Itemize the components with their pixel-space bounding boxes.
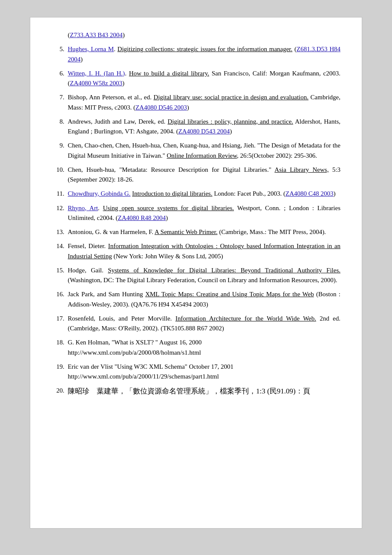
ref-number: 8. [52,117,68,137]
ref-number: 13. [52,227,68,237]
ref-content: Jack Park, and Sam Hunting XML Topic Map… [68,289,340,309]
ref-item: 20.陳昭珍 葉建華，「數位資源命名管理系統」，檔案季刊，1:3 (民91.09… [52,386,340,397]
reference-list: (Z733.A33 B43 2004)5.Hughes, Lorna M. Di… [52,30,340,397]
ref-item: 12.Rhyno, Art. Using open source systems… [52,203,340,223]
ref-continuation: (Z733.A33 B43 2004) [52,30,340,40]
ref-content: Andrews, Judith and Law, Derek, ed. Digi… [68,117,340,137]
ref-content: Hughes, Lorna M. Digitizing collections:… [68,44,340,64]
ref-content: Rosenfeld, Louis, and Peter Morville. In… [68,314,340,334]
ref-item: 17.Rosenfeld, Louis, and Peter Morville.… [52,314,340,334]
ref-content: Chen, Hsueh-hua, "Metadata: Resource Des… [68,165,340,185]
ref-content: Hodge, Gail. Systems of Knowledge for Di… [68,266,340,286]
ref-content: Rhyno, Art. Using open source systems fo… [68,203,340,223]
ref-number: 5. [52,44,68,64]
ref-item: 6.Witten, I. H. (Ian H.). How to build a… [52,69,340,89]
ref-number: 14. [52,241,68,261]
ref-item: 10.Chen, Hsueh-hua, "Metadata: Resource … [52,165,340,185]
ref-item: 5.Hughes, Lorna M. Digitizing collection… [52,44,340,64]
ref-item: 18.G. Ken Holman, "What is XSLT? " Augus… [52,338,340,358]
ref-content: Witten, I. H. (Ian H.). How to build a d… [68,69,340,89]
page-container: (Z733.A33 B43 2004)5.Hughes, Lorna M. Di… [30,17,362,529]
ref-item: 9.Chen, Chao-chen, Chen, Hsueh-hua, Chen… [52,141,340,161]
ref-content: Eric van der Vlist "Using W3C XML Schema… [68,362,340,382]
ref-number: 11. [52,189,68,199]
ref-content: Chen, Chao-chen, Chen, Hsueh-hua, Chen, … [68,141,340,161]
ref-content: Fensel, Dieter. Information Integration … [68,241,340,261]
ref-number: 20. [52,386,68,397]
ref-content: Chowdhury, Gobinda G. Introduction to di… [68,189,340,199]
ref-number: 15. [52,266,68,286]
ref-number: 9. [52,141,68,161]
ref-number: 18. [52,338,68,358]
ref-number: 6. [52,69,68,89]
ref-content: G. Ken Holman, "What is XSLT? " August 1… [68,338,340,358]
ref-number: 7. [52,92,68,113]
ref-item: 15.Hodge, Gail. Systems of Knowledge for… [52,266,340,286]
ref-item: 14.Fensel, Dieter. Information Integrati… [52,241,340,261]
ref-item: 16.Jack Park, and Sam Hunting XML Topic … [52,289,340,309]
ref-number: 17. [52,314,68,334]
ref-number: 19. [52,362,68,382]
ref-content: Bishop, Ann Peterson, et al., ed. Digita… [68,92,340,113]
ref-item: 8.Andrews, Judith and Law, Derek, ed. Di… [52,117,340,137]
ref-content: Antoniou, G. & van Harmelen, F. A Semant… [68,227,340,237]
ref-content: 陳昭珍 葉建華，「數位資源命名管理系統」，檔案季刊，1:3 (民91.09)：頁 [68,386,340,397]
ref-item: 7.Bishop, Ann Peterson, et al., ed. Digi… [52,92,340,113]
ref-item: 13.Antoniou, G. & van Harmelen, F. A Sem… [52,227,340,237]
ref-item: 11.Chowdhury, Gobinda G. Introduction to… [52,189,340,199]
ref-number: 10. [52,165,68,185]
ref-number: 12. [52,203,68,223]
ref-item: 19.Eric van der Vlist "Using W3C XML Sch… [52,362,340,382]
ref-number: 16. [52,289,68,309]
